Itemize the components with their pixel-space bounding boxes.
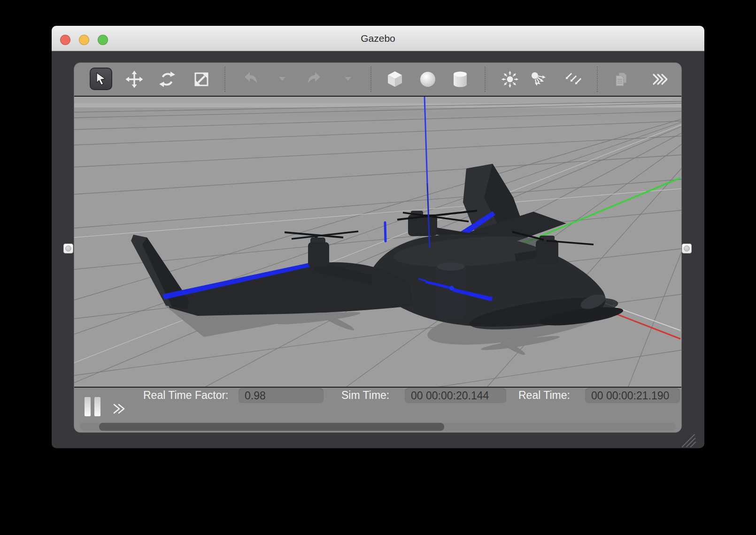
undo-icon — [241, 70, 260, 89]
traffic-lights — [60, 35, 108, 45]
sim-time-label: Sim Time: — [341, 388, 389, 403]
titlebar[interactable]: Gazebo — [52, 26, 704, 51]
real-time-factor-value[interactable]: 0.98 — [239, 388, 324, 403]
chevron-more-icon — [651, 72, 670, 86]
rotate-icon — [158, 70, 177, 89]
real-time-factor-label: Real Time Factor: — [143, 388, 229, 403]
main-panel: Real Time Factor: 0.98 Sim Time: 00 00:0… — [74, 62, 682, 433]
undo-history-dropdown[interactable] — [279, 77, 285, 81]
scene-3d — [74, 97, 681, 387]
splitter-grip-icon — [65, 245, 71, 252]
close-button[interactable] — [60, 35, 70, 45]
pause-icon — [94, 397, 100, 416]
toolbar-separator — [485, 67, 486, 92]
gazebo-window: Gazebo — [52, 26, 704, 448]
toolbar-separator — [224, 67, 225, 92]
toolbar-separator — [597, 67, 598, 92]
copy-button[interactable] — [612, 70, 631, 89]
toolbar-separator — [370, 67, 371, 92]
vertical-blue-blade — [385, 222, 386, 241]
cylinder-icon — [451, 70, 470, 89]
right-splitter-handle[interactable] — [682, 244, 692, 253]
sim-time-value[interactable]: 00 00:00:20.144 — [405, 388, 506, 403]
toolbar — [74, 63, 681, 96]
ground-plane — [74, 97, 681, 387]
redo-icon — [305, 70, 324, 89]
select-tool-button[interactable] — [90, 68, 112, 90]
cursor-icon — [94, 72, 108, 86]
window-resize-grip[interactable] — [681, 433, 697, 448]
left-splitter-handle[interactable] — [63, 244, 73, 253]
insert-box-button[interactable] — [386, 70, 404, 89]
minimize-button[interactable] — [79, 35, 89, 45]
point-light-button[interactable] — [501, 70, 519, 89]
simulation-statusbar: Real Time Factor: 0.98 Sim Time: 00 00:0… — [74, 388, 681, 432]
directional-light-icon — [563, 70, 582, 89]
step-controls-expander[interactable] — [111, 402, 130, 416]
real-time-label: Real Time: — [518, 388, 570, 403]
insert-cylinder-button[interactable] — [451, 70, 470, 89]
more-tools-button[interactable] — [651, 70, 670, 89]
double-chevron-icon — [111, 402, 130, 416]
sky-band — [74, 97, 681, 103]
directional-light-button[interactable] — [563, 70, 582, 89]
undo-button[interactable] — [241, 70, 260, 89]
scale-tool-button[interactable] — [192, 70, 211, 89]
copy-icon — [612, 70, 631, 89]
cube-icon — [386, 70, 404, 89]
maximize-button[interactable] — [98, 35, 108, 45]
point-light-icon — [501, 70, 519, 89]
redo-history-dropdown[interactable] — [345, 77, 351, 81]
real-time-value[interactable]: 00 00:00:21.190 — [585, 388, 680, 403]
splitter-grip-icon — [684, 245, 690, 252]
spot-light-button[interactable] — [529, 70, 548, 89]
sphere-icon — [418, 70, 437, 89]
window-title: Gazebo — [361, 33, 395, 44]
pause-button[interactable] — [85, 397, 101, 417]
redo-button[interactable] — [305, 70, 324, 89]
scale-icon — [192, 70, 211, 89]
move-icon — [125, 70, 144, 89]
insert-sphere-button[interactable] — [418, 70, 437, 89]
desktop: Gazebo — [0, 0, 756, 535]
pause-icon — [85, 397, 91, 416]
rotate-tool-button[interactable] — [158, 70, 177, 89]
spot-light-icon — [529, 70, 548, 89]
translate-tool-button[interactable] — [125, 70, 144, 89]
horizontal-scrollbar-thumb[interactable] — [99, 423, 444, 431]
render-viewport[interactable] — [74, 96, 681, 388]
